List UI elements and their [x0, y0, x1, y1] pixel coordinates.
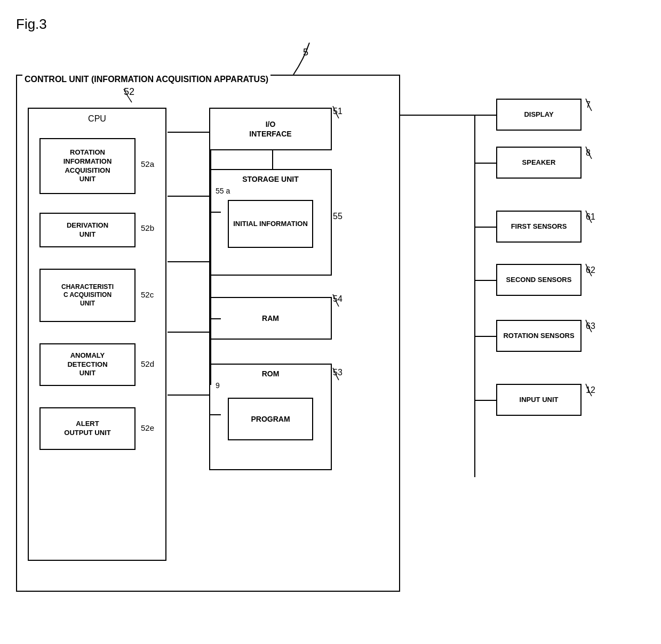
middle-left-vline: [210, 150, 211, 385]
second-sensors-h: [474, 280, 496, 281]
rotation-sensors-box: ROTATION SENSORS: [496, 320, 582, 352]
diagram: Fig.3 5 CONTROL UNIT (INFORMATION ACQUIS…: [11, 11, 651, 640]
cpu-mid-h1: [168, 132, 210, 133]
control-unit-label: CONTROL UNIT (INFORMATION ACQUISITION AP…: [22, 75, 270, 84]
ref-characteristic: 52c: [141, 290, 154, 299]
right-main-vline: [474, 115, 475, 477]
derivation-unit: DERIVATION UNIT: [39, 213, 136, 247]
cpu-mid-h5: [168, 395, 210, 396]
h-rom-conn: [210, 414, 221, 415]
program-box: PROGRAM: [228, 398, 313, 440]
input-unit-box: INPUT UNIT: [496, 384, 582, 416]
second-sensors-box: SECOND SENSORS: [496, 264, 582, 296]
ref-first-sensors-line: [584, 210, 600, 226]
anomaly-unit: ANOMALY DETECTION UNIT: [39, 343, 136, 386]
ref-storage: 55: [333, 212, 343, 221]
ref-speaker-line: [584, 146, 600, 162]
characteristic-unit: CHARACTERISTI C ACQUISITION UNIT: [39, 269, 136, 322]
speaker-box: SPEAKER: [496, 147, 582, 179]
rom-label: ROM: [262, 369, 280, 379]
io-interface-box: I/O INTERFACE: [209, 108, 332, 150]
ref-ram-line: [331, 293, 347, 309]
ref-alert: 52e: [141, 423, 154, 432]
ref-input-unit-line: [584, 383, 600, 399]
io-right-h: [400, 115, 475, 116]
alert-unit: ALERT OUTPUT UNIT: [39, 407, 136, 450]
ref-io-line: [331, 105, 347, 121]
display-h: [474, 115, 496, 116]
h-ram-conn: [210, 318, 221, 319]
io-down-vline: [272, 150, 273, 170]
ref-rom-line: [331, 367, 347, 383]
input-unit-h: [474, 400, 496, 401]
cpu-mid-h3: [168, 261, 210, 262]
ref-rotation-info: 52a: [141, 159, 154, 168]
cpu-box: CPU ROTATION INFORMATION ACQUISITION UNI…: [28, 108, 166, 561]
rotation-sensors-h: [474, 336, 496, 337]
h-storage-conn: [210, 212, 221, 213]
figure-label: Fig.3: [16, 16, 47, 33]
ref-55a: 55 a: [216, 186, 230, 196]
ref-second-sensors-line: [584, 263, 600, 279]
initial-info-box: INITIAL INFORMATION: [228, 200, 313, 248]
ref-cpu-line: [121, 86, 142, 108]
display-box: DISPLAY: [496, 99, 582, 131]
rotation-info-unit: ROTATION INFORMATION ACQUISITION UNIT: [39, 138, 136, 194]
first-sensors-box: FIRST SENSORS: [496, 211, 582, 243]
cpu-mid-h2: [168, 196, 210, 197]
ref-display-line: [584, 98, 600, 114]
storage-unit-box: STORAGE UNIT 55 a INITIAL INFORMATION: [209, 169, 332, 276]
cpu-mid-h4: [168, 332, 210, 333]
storage-unit-label: STORAGE UNIT: [242, 174, 299, 184]
cpu-label: CPU: [88, 114, 106, 124]
ram-box: RAM: [209, 297, 332, 340]
ref-derivation: 52b: [141, 223, 154, 232]
rom-box: ROM 9 PROGRAM: [209, 364, 332, 470]
ref-9: 9: [216, 381, 220, 390]
ref-rotation-sensors-line: [584, 319, 600, 335]
control-unit-box: CONTROL UNIT (INFORMATION ACQUISITION AP…: [16, 75, 400, 592]
first-sensors-h: [474, 227, 496, 228]
speaker-h: [474, 163, 496, 164]
cpu-right-vline: [209, 132, 210, 396]
ref-anomaly: 52d: [141, 359, 154, 368]
